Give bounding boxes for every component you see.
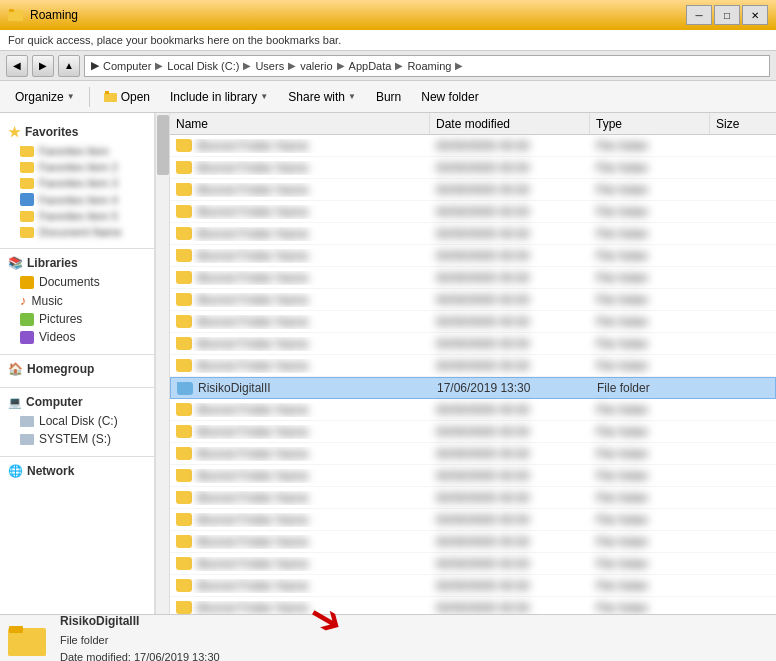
libraries-section: 📚 Libraries Documents ♪ Music Pictures xyxy=(0,253,154,346)
sidebar-item-system-disk[interactable]: SYSTEM (S:) xyxy=(0,430,154,448)
table-row[interactable]: Blurred Folder Name00/00/0000 00:00File … xyxy=(170,443,776,465)
include-in-library-button[interactable]: Include in library ▼ xyxy=(161,84,277,110)
file-name-cell: Blurred Folder Name xyxy=(170,557,430,571)
local-disk-icon xyxy=(20,416,34,427)
column-date[interactable]: Date modified xyxy=(430,113,590,134)
sidebar-item-fav3[interactable]: Favorites Item 3 xyxy=(0,175,154,191)
table-row[interactable]: RisikoDigitalII17/06/2019 13:30File fold… xyxy=(170,377,776,399)
computer-section: 💻 Computer Local Disk (C:) SYSTEM (S:) xyxy=(0,392,154,448)
new-folder-button[interactable]: New folder xyxy=(412,84,487,110)
table-row[interactable]: Blurred Folder Name00/00/0000 00:00File … xyxy=(170,223,776,245)
homegroup-header[interactable]: 🏠 Homegroup xyxy=(0,359,154,379)
file-type-cell: File folder xyxy=(590,205,710,219)
file-date-cell: 00/00/0000 00:00 xyxy=(430,557,590,571)
toolbar-separator-1 xyxy=(89,87,90,107)
file-name-cell: Blurred Folder Name xyxy=(170,425,430,439)
sidebar-item-fav5[interactable]: Favorites Item 5 xyxy=(0,208,154,224)
back-button[interactable]: ◀ xyxy=(6,55,28,77)
table-row[interactable]: Blurred Folder Name00/00/0000 00:00File … xyxy=(170,531,776,553)
maximize-button[interactable]: □ xyxy=(714,5,740,25)
pictures-label: Pictures xyxy=(39,312,82,326)
folder-icon xyxy=(176,205,192,218)
open-button[interactable]: Open xyxy=(95,84,159,110)
table-row[interactable]: Blurred Folder Name00/00/0000 00:00File … xyxy=(170,399,776,421)
sidebar-item-local-disk[interactable]: Local Disk (C:) xyxy=(0,412,154,430)
table-row[interactable]: Blurred Folder Name00/00/0000 00:00File … xyxy=(170,597,776,614)
column-type[interactable]: Type xyxy=(590,113,710,134)
file-name-cell: RisikoDigitalII xyxy=(171,381,431,395)
burn-button[interactable]: Burn xyxy=(367,84,410,110)
file-name-cell: Blurred Folder Name xyxy=(170,271,430,285)
favorites-icon: ★ xyxy=(8,124,21,140)
table-row[interactable]: Blurred Folder Name00/00/0000 00:00File … xyxy=(170,201,776,223)
file-type-cell: File folder xyxy=(590,139,710,153)
folder-icon xyxy=(176,227,192,240)
address-path[interactable]: ▶ Computer ▶ Local Disk (C:) ▶ Users ▶ v… xyxy=(84,55,770,77)
sidebar-item-documents[interactable]: Documents xyxy=(0,273,154,291)
forward-button[interactable]: ▶ xyxy=(32,55,54,77)
status-file-type: File folder xyxy=(60,632,220,650)
open-label: Open xyxy=(121,90,150,104)
file-type-cell: File folder xyxy=(590,293,710,307)
path-appdata: AppData xyxy=(349,60,392,72)
table-row[interactable]: Blurred Folder Name00/00/0000 00:00File … xyxy=(170,355,776,377)
folder-icon xyxy=(176,249,192,262)
music-label: Music xyxy=(32,294,63,308)
share-with-button[interactable]: Share with ▼ xyxy=(279,84,365,110)
file-type-cell: File folder xyxy=(590,425,710,439)
path-users: Users xyxy=(255,60,284,72)
file-date-cell: 00/00/0000 00:00 xyxy=(430,183,590,197)
folder-icon xyxy=(176,337,192,350)
sidebar-item-videos[interactable]: Videos xyxy=(0,328,154,346)
table-row[interactable]: Blurred Folder Name00/00/0000 00:00File … xyxy=(170,487,776,509)
documents-label: Documents xyxy=(39,275,100,289)
computer-header[interactable]: 💻 Computer xyxy=(0,392,154,412)
table-row[interactable]: Blurred Folder Name00/00/0000 00:00File … xyxy=(170,289,776,311)
fav3-icon xyxy=(20,178,34,189)
sidebar-item-fav4[interactable]: Favorites Item 4 xyxy=(0,191,154,208)
up-button[interactable]: ▲ xyxy=(58,55,80,77)
file-type-cell: File folder xyxy=(590,469,710,483)
sidebar-item-pictures[interactable]: Pictures xyxy=(0,310,154,328)
file-date-cell: 00/00/0000 00:00 xyxy=(430,469,590,483)
organize-label: Organize xyxy=(15,90,64,104)
sidebar-scrollbar[interactable] xyxy=(155,113,169,614)
address-bar: ◀ ▶ ▲ ▶ Computer ▶ Local Disk (C:) ▶ Use… xyxy=(0,51,776,81)
computer-icon: 💻 xyxy=(8,396,22,409)
folder-icon xyxy=(176,139,192,152)
table-row[interactable]: Blurred Folder Name00/00/0000 00:00File … xyxy=(170,245,776,267)
sidebar-item-music[interactable]: ♪ Music xyxy=(0,291,154,310)
table-row[interactable]: Blurred Folder Name00/00/0000 00:00File … xyxy=(170,509,776,531)
table-row[interactable]: Blurred Folder Name00/00/0000 00:00File … xyxy=(170,553,776,575)
file-type-cell: File folder xyxy=(590,557,710,571)
sidebar-item-fav1[interactable]: Favorites Item xyxy=(0,143,154,159)
table-row[interactable]: Blurred Folder Name00/00/0000 00:00File … xyxy=(170,465,776,487)
table-row[interactable]: Blurred Folder Name00/00/0000 00:00File … xyxy=(170,157,776,179)
pictures-icon xyxy=(20,313,34,326)
file-date-cell: 00/00/0000 00:00 xyxy=(430,579,590,593)
organize-button[interactable]: Organize ▼ xyxy=(6,84,84,110)
minimize-button[interactable]: ─ xyxy=(686,5,712,25)
file-name-cell: Blurred Folder Name xyxy=(170,315,430,329)
table-row[interactable]: Blurred Folder Name00/00/0000 00:00File … xyxy=(170,421,776,443)
table-row[interactable]: Blurred Folder Name00/00/0000 00:00File … xyxy=(170,135,776,157)
folder-icon xyxy=(176,161,192,174)
file-type-cell: File folder xyxy=(590,579,710,593)
status-bar: RisikoDigitalII File folder Date modifie… xyxy=(0,614,776,661)
file-name-cell: Blurred Folder Name xyxy=(170,469,430,483)
table-row[interactable]: Blurred Folder Name00/00/0000 00:00File … xyxy=(170,267,776,289)
close-button[interactable]: ✕ xyxy=(742,5,768,25)
table-row[interactable]: Blurred Folder Name00/00/0000 00:00File … xyxy=(170,333,776,355)
table-row[interactable]: Blurred Folder Name00/00/0000 00:00File … xyxy=(170,179,776,201)
sidebar-item-fav2[interactable]: Favorites Item 2 xyxy=(0,159,154,175)
folder-icon xyxy=(176,557,192,570)
column-name[interactable]: Name xyxy=(170,113,430,134)
column-size[interactable]: Size xyxy=(710,113,776,134)
table-row[interactable]: Blurred Folder Name00/00/0000 00:00File … xyxy=(170,311,776,333)
computer-label: Computer xyxy=(26,395,83,409)
file-date-cell: 00/00/0000 00:00 xyxy=(430,601,590,615)
status-folder-icon xyxy=(8,620,48,660)
sidebar-item-fav6[interactable]: Document Name xyxy=(0,224,154,240)
table-row[interactable]: Blurred Folder Name00/00/0000 00:00File … xyxy=(170,575,776,597)
network-header[interactable]: 🌐 Network xyxy=(0,461,154,481)
